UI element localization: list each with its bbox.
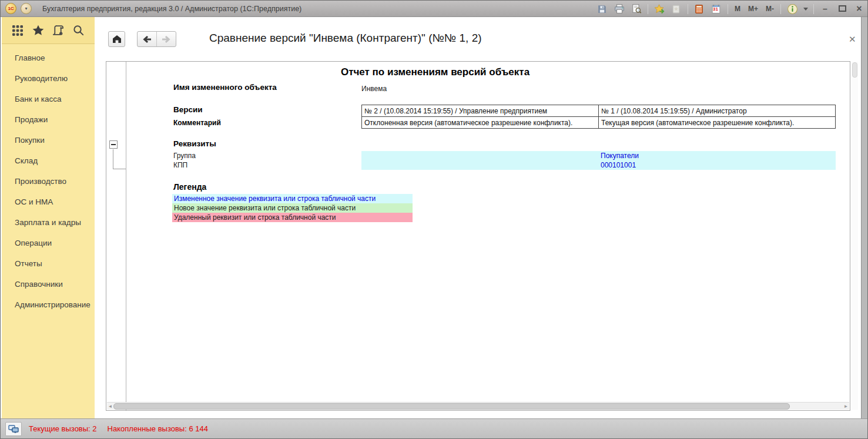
form-close-button[interactable]: ✕ — [849, 34, 856, 45]
titlebar: 1С ▾ Бухгалтерия предприятия, редакция 3… — [1, 1, 868, 17]
home-button[interactable] — [108, 31, 125, 47]
versions-label: Версии — [173, 105, 203, 114]
sidebar-toolbar — [2, 17, 95, 44]
sidebar-item-proizvodstvo[interactable]: Производство — [2, 171, 95, 192]
print-icon[interactable] — [614, 3, 625, 15]
current-calls: Текущие вызовы: 2 — [29, 424, 97, 433]
call-counters: Текущие вызовы: 2 Накопленные вызовы: 6 … — [29, 424, 208, 433]
sidebar-item-bank-i-kassa[interactable]: Банк и касса — [2, 89, 95, 109]
app-window: 1С ▾ Бухгалтерия предприятия, редакция 3… — [0, 0, 868, 439]
sidebar-item-spravochniki[interactable]: Справочники — [2, 274, 95, 294]
computers-icon — [8, 424, 19, 434]
group-bracket-vertical — [113, 149, 113, 169]
sidebar-item-operacii[interactable]: Операции — [2, 233, 95, 253]
comment-label: Комментарий — [173, 119, 221, 127]
report-document: Отчет по изменениям версий объекта Имя и… — [106, 61, 850, 411]
statusbar: Текущие вызовы: 2 Накопленные вызовы: 6 … — [1, 418, 868, 438]
version-cell-right: № 1 / (10.08.2014 15:19:55) / Администра… — [599, 105, 836, 117]
window-close-button[interactable]: × — [853, 4, 865, 14]
attribute-value: 000101001 — [361, 160, 836, 170]
forward-icon — [162, 35, 171, 43]
sidebar-item-otchety[interactable]: Отчеты — [2, 253, 95, 274]
horizontal-scroll-thumb[interactable] — [113, 403, 790, 410]
sidebar-item-os-i-nma[interactable]: ОС и НМА — [2, 192, 95, 212]
info-icon[interactable] — [786, 3, 798, 15]
back-icon — [142, 35, 152, 43]
toolbar-separator — [813, 4, 814, 14]
object-name-label: Имя измененного объекта — [173, 83, 277, 92]
version-cell-left: № 2 / (10.08.2014 15:19:55) / Управление… — [362, 105, 599, 117]
legend-item-new: Новое значение реквизита или строка табл… — [172, 203, 413, 213]
save-icon[interactable] — [596, 3, 608, 15]
nav-history-group — [137, 31, 176, 47]
attribute-value: Покупатели — [361, 151, 836, 160]
legend-item-changed: Измененное значение реквизита или строка… — [172, 194, 413, 203]
group-bracket-horizontal — [113, 169, 126, 169]
home-icon — [112, 35, 122, 43]
sidebar: Главное Руководителю Банк и касса Продаж… — [2, 17, 95, 420]
print-preview-icon[interactable] — [631, 3, 642, 15]
window-frame-edge — [861, 17, 867, 420]
sidebar-item-zarplata-i-kadry[interactable]: Зарплата и кадры — [2, 212, 95, 233]
favorites-list-icon — [671, 3, 682, 15]
calendar-day: 31 — [711, 6, 720, 12]
page-title: Сравнение версий "Инвема (Контрагент)" (… — [209, 32, 482, 45]
sidebar-item-administrirovanie[interactable]: Администрирование — [2, 294, 95, 315]
scroll-right-icon[interactable]: ► — [843, 403, 849, 410]
table-row: Отклоненная версия (автоматическое разре… — [362, 117, 836, 129]
table-row: № 2 / (10.08.2014 15:19:55) / Управление… — [362, 105, 836, 117]
memory-mplus-button[interactable]: M+ — [747, 5, 759, 13]
versions-table: № 2 / (10.08.2014 15:19:55) / Управление… — [361, 105, 836, 129]
comment-cell-right: Текущая версия (автоматическое разрешени… — [599, 117, 836, 129]
accumulated-calls: Накопленные вызовы: 6 144 — [108, 424, 208, 433]
sidebar-item-sklad[interactable]: Склад — [2, 150, 95, 171]
toolbar-separator — [780, 4, 781, 14]
menu-grid-icon[interactable] — [11, 24, 24, 37]
grouping-margin-line — [126, 62, 126, 410]
calendar-icon[interactable]: 31 — [711, 3, 722, 15]
sidebar-item-glavnoe[interactable]: Главное — [2, 48, 95, 68]
memory-mminus-button[interactable]: M- — [765, 5, 775, 13]
server-calls-button[interactable] — [5, 422, 22, 436]
forward-button[interactable] — [157, 32, 176, 46]
memory-m-button[interactable]: M — [733, 5, 742, 13]
sidebar-menu: Главное Руководителю Банк и касса Продаж… — [2, 44, 95, 315]
add-favorite-icon[interactable] — [653, 3, 665, 15]
collapse-group-button[interactable] — [109, 140, 118, 149]
scroll-left-icon[interactable]: ◄ — [107, 403, 113, 410]
app-logo-icon: 1С — [5, 3, 16, 14]
search-icon[interactable] — [72, 24, 85, 37]
calculator-icon[interactable] — [693, 3, 705, 15]
report-heading: Отчет по изменениям версий объекта — [126, 66, 744, 78]
comment-cell-left: Отклоненная версия (автоматическое разре… — [362, 117, 599, 129]
titlebar-toolbar: 31 M M+ M- – × — [596, 1, 865, 17]
sidebar-item-rukovoditelyu[interactable]: Руководителю — [2, 68, 95, 89]
info-dropdown-icon[interactable] — [803, 8, 808, 11]
sidebar-item-prodazhi[interactable]: Продажи — [2, 109, 95, 130]
horizontal-scrollbar[interactable]: ◄ ► — [107, 402, 849, 410]
toolbar-separator — [728, 4, 728, 14]
toolbar-separator — [648, 4, 648, 14]
vertical-scroll-thumb[interactable] — [852, 62, 857, 78]
favorites-star-icon[interactable] — [32, 24, 45, 37]
window-title: Бухгалтерия предприятия, редакция 3.0 / … — [42, 5, 301, 13]
object-name-value: Инвема — [361, 85, 387, 93]
attribute-name: КПП — [173, 161, 187, 169]
sidebar-item-pokupki[interactable]: Покупки — [2, 130, 95, 150]
vertical-scrollbar[interactable] — [852, 62, 858, 410]
logo-text: 1С — [8, 6, 14, 11]
back-button[interactable] — [138, 32, 156, 46]
toolbar-separator — [688, 4, 688, 14]
history-icon[interactable] — [52, 24, 65, 37]
attributes-label: Реквизиты — [173, 139, 216, 148]
system-menu-button[interactable]: ▾ — [21, 3, 32, 14]
attribute-name: Группа — [173, 152, 196, 160]
legend-label: Легенда — [173, 182, 206, 192]
legend-item-deleted: Удаленный реквизит или строка табличной … — [172, 213, 413, 222]
maximize-button[interactable] — [836, 4, 848, 14]
minimize-button[interactable]: – — [819, 4, 831, 14]
changed-values-band: Покупатели 000101001 — [361, 151, 836, 170]
